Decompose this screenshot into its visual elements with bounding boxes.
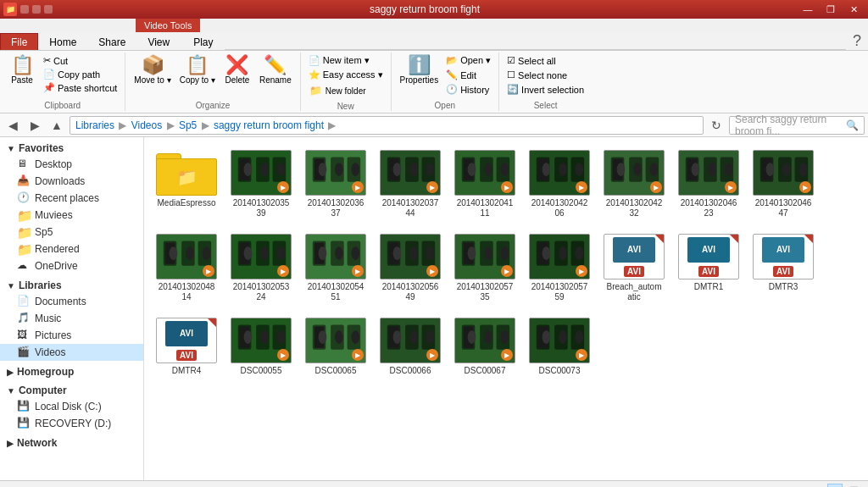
file-item[interactable]: ▶ DSC00067 [451,313,519,380]
open-button[interactable]: 📂 Open ▾ [443,54,493,67]
refresh-button[interactable]: ↻ [707,116,726,135]
file-name: DMTR1 [694,282,723,292]
quick-access-save[interactable] [20,5,29,14]
tab-home[interactable]: Home [38,33,87,50]
sidebar-item-onedrive[interactable]: ☁ OneDrive [0,257,143,274]
tab-file[interactable]: File [0,33,38,50]
file-item[interactable]: ▶ 20140130203744 [376,146,444,223]
file-item[interactable]: ▶ 20140130204814 [153,230,220,307]
sidebar-item-videos[interactable]: 🎬 Videos [0,344,143,361]
file-item[interactable]: ▶ 20140130205759 [526,230,593,307]
window-controls: — ❐ ✕ [797,0,865,19]
help-button[interactable]: ? [846,32,868,50]
select-all-button[interactable]: ☑ Select all [504,54,587,67]
file-item[interactable]: AVI AVI DMTR1 [675,230,743,307]
tab-play[interactable]: Play [182,33,224,50]
videos-icon: 🎬 [17,346,31,359]
file-item[interactable]: ▶ 20140130204232 [600,146,668,223]
video-thumbnail: ▶ [156,234,217,279]
copy-path-button[interactable]: 📄 Copy path [41,68,120,80]
file-item[interactable]: ▶ 20140130205649 [376,230,444,307]
move-to-button[interactable]: 📦 Move to ▾ [131,54,174,86]
edit-button[interactable]: ✏️ Edit [443,69,493,81]
new-item-button[interactable]: 📄 New item ▾ [306,54,386,67]
copy-to-button[interactable]: 📋 Copy to ▾ [176,54,219,86]
sidebar-item-downloads[interactable]: 📥 Downloads [0,173,143,190]
breadcrumb-folder[interactable]: saggy return broom fight [214,119,324,131]
history-icon: 🕐 [446,84,458,95]
file-item[interactable]: ▶ 20140130203637 [302,146,370,223]
tab-share[interactable]: Share [87,33,136,50]
paste-button[interactable]: 📋 Paste [5,54,39,86]
sidebar-item-local-disk[interactable]: 💾 Local Disk (C:) [0,398,143,415]
file-item[interactable]: ▶ 20140130204111 [451,146,519,223]
computer-header[interactable]: ▼ Computer [0,383,143,398]
file-item[interactable]: ▶ 20140130203539 [227,146,295,223]
file-item[interactable]: ▶ 20140130205324 [227,230,295,307]
restore-button[interactable]: ❐ [820,0,842,19]
back-button[interactable]: ◀ [3,116,22,135]
up-button[interactable]: ▲ [47,116,66,135]
file-item[interactable]: ▶ 20140130205735 [451,230,519,307]
libraries-section: ▼ Libraries 📄 Documents 🎵 Music 🖼 Pictur… [0,278,143,361]
address-bar[interactable]: Libraries ▶ Videos ▶ Sp5 ▶ saggy return … [70,116,704,135]
history-button[interactable]: 🕐 History [443,83,493,96]
favorites-header[interactable]: ▼ Favorites [0,141,143,156]
select-none-button[interactable]: ☐ Select none [504,69,587,81]
homegroup-header[interactable]: ▶ Homegroup [0,364,143,379]
svg-point-45 [633,163,642,176]
sidebar-item-recent-places[interactable]: 🕐 Recent places [0,190,143,207]
sidebar-item-recovery[interactable]: 💾 RECOVERY (D:) [0,415,143,432]
paste-shortcut-button[interactable]: 📌 Paste shortcut [41,81,120,94]
minimize-button[interactable]: — [797,0,819,19]
breadcrumb-sp5[interactable]: Sp5 [179,119,197,131]
easy-access-button[interactable]: ⭐ Easy access ▾ [306,69,386,81]
file-item[interactable]: ▶ DSC00073 [526,313,593,380]
quick-access-undo[interactable] [32,5,41,14]
file-item[interactable]: ▶ DSC00066 [376,313,444,380]
properties-button[interactable]: ℹ️ Properties [397,54,442,86]
favorites-label: Favorites [19,142,64,154]
breadcrumb-videos[interactable]: Videos [131,119,162,131]
file-item[interactable]: AVI AVI DMTR4 [153,313,220,380]
status-bar: 24 items ⊞ ☰ [0,480,868,487]
video-thumbnail: ▶ [380,318,441,363]
sidebar-item-sp5[interactable]: 📁 Sp5 [0,224,143,241]
play-icon: ▶ [352,265,364,277]
sidebar-item-desktop[interactable]: 🖥 Desktop [0,156,143,173]
file-item[interactable]: 📁 MediaEspresso [153,146,220,223]
sidebar-item-label: Downloads [35,175,85,187]
sidebar-item-pictures[interactable]: 🖼 Pictures [0,327,143,344]
tab-view[interactable]: View [136,33,181,50]
delete-button[interactable]: ❌ Delete [220,54,254,86]
network-header[interactable]: ▶ Network [0,435,143,451]
libraries-header[interactable]: ▼ Libraries [0,278,143,293]
file-item[interactable]: ▶ 20140130204623 [675,146,743,223]
file-item[interactable]: ▶ 20140130204206 [526,146,593,223]
file-item[interactable]: ▶ DSC00055 [227,313,295,380]
breadcrumb-libraries[interactable]: Libraries [75,119,114,131]
svg-point-61 [782,163,791,176]
search-box[interactable]: Search saggy return broom fi... 🔍 [729,116,865,135]
rename-button[interactable]: ✏️ Rename [256,54,295,86]
new-folder-button[interactable]: 📁 New folder [306,83,386,98]
file-item[interactable]: AVI AVI Breach_automatic [600,230,668,307]
file-item[interactable]: ▶ 20140130205451 [302,230,370,307]
file-item[interactable]: ▶ DSC00065 [302,313,370,380]
video-thumbnail: ▶ [231,318,292,363]
file-item[interactable]: AVI AVI DMTR3 [749,230,817,307]
sidebar-item-music[interactable]: 🎵 Music [0,310,143,327]
details-view-button[interactable]: ☰ [846,484,861,488]
svg-point-75 [244,246,253,260]
avi-thumbnail: AVI AVI [753,234,814,279]
file-item[interactable]: ▶ 20140130204647 [749,146,817,223]
invert-selection-button[interactable]: 🔄 Invert selection [504,83,587,96]
close-button[interactable]: ✕ [843,0,865,19]
sidebar-item-muviees[interactable]: 📁 Muviees [0,207,143,224]
cut-button[interactable]: ✂ Cut [41,54,120,67]
sidebar-item-rendered[interactable]: 📁 Rendered [0,241,143,257]
sidebar-item-documents[interactable]: 📄 Documents [0,293,143,310]
quick-access-more[interactable] [44,5,53,14]
large-icons-view-button[interactable]: ⊞ [827,484,843,488]
forward-button[interactable]: ▶ [25,116,44,135]
